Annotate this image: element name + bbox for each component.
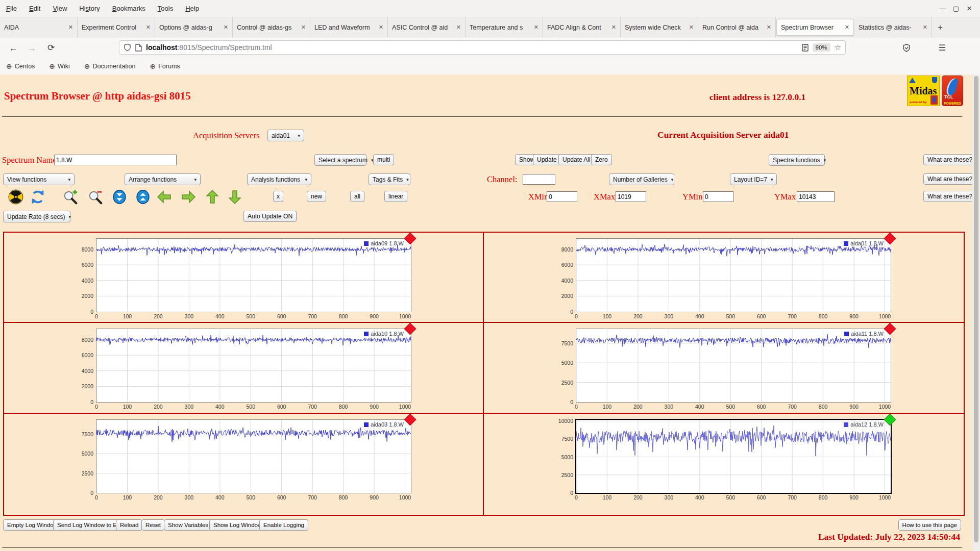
left-arrow-icon[interactable]: [156, 189, 173, 205]
menu-file[interactable]: File: [0, 0, 23, 17]
tab-asic-control-aid[interactable]: ASIC Control @ aid✕: [388, 17, 465, 38]
tab-close-icon[interactable]: ✕: [923, 24, 927, 31]
page-icon[interactable]: [135, 44, 142, 52]
show-log-window-button[interactable]: Show Log Window: [209, 519, 266, 531]
new-tab-button[interactable]: +: [932, 17, 948, 38]
tcl-powered-logo[interactable]: TCL POWERED: [942, 76, 963, 106]
tab-statistics-aidas-[interactable]: Statistics @ aidas-✕: [854, 17, 932, 38]
spectrum-plot-aida10[interactable]: 0200040006000800001002003004005006007008…: [96, 329, 411, 403]
bookmark-documentation[interactable]: ⊕Documentation: [84, 62, 136, 70]
scrollbar-thumb[interactable]: [974, 76, 978, 542]
tab-options-aidas-g[interactable]: Options @ aidas-g✕: [155, 17, 233, 38]
shield-icon[interactable]: [124, 43, 131, 52]
tab-experiment-control[interactable]: Experiment Control✕: [78, 17, 155, 38]
tab-system-wide-check[interactable]: System wide Check✕: [621, 17, 698, 38]
spectrum-plot-aida11[interactable]: 0250050007500010020030040050060070080090…: [576, 329, 891, 403]
tab-close-icon[interactable]: ✕: [767, 24, 771, 31]
show-variables-button[interactable]: Show Variables: [164, 519, 212, 531]
select-spectrum-dropdown[interactable]: Select a spectrum▾: [314, 154, 366, 166]
menu-tools[interactable]: Tools: [152, 0, 179, 17]
auto-update-button[interactable]: Auto Update ON: [243, 211, 297, 222]
radiation-icon[interactable]: [8, 189, 24, 205]
tab-control-aidas-gs[interactable]: Control @ aidas-gs✕: [233, 17, 310, 38]
layout-id-dropdown[interactable]: Layout ID=7▾: [730, 173, 777, 185]
page-scrollbar[interactable]: [972, 74, 980, 551]
update-all-button[interactable]: Update All: [558, 154, 595, 165]
new-button[interactable]: new: [307, 191, 326, 202]
spectrum-plot-aida03[interactable]: 0250050007500010020030040050060070080090…: [96, 419, 411, 493]
down-arrow-icon[interactable]: [227, 189, 243, 205]
back-button[interactable]: ←: [6, 38, 20, 58]
enable-logging-button[interactable]: Enable Logging: [259, 519, 308, 531]
what-are-these-button-1[interactable]: What are these?: [923, 154, 976, 165]
url-bar[interactable]: localhost:8015/Spectrum/Spectrum.tml 90%…: [119, 40, 846, 55]
xmin-input[interactable]: [547, 191, 577, 202]
tab-run-control-aida[interactable]: Run Control @ aida✕: [698, 17, 776, 38]
hamburger-menu-icon[interactable]: ☰: [935, 38, 949, 58]
tab-close-icon[interactable]: ✕: [689, 24, 694, 31]
midas-logo[interactable]: Midas powered by: [907, 76, 940, 106]
menu-bookmarks[interactable]: Bookmarks: [106, 0, 152, 17]
channel-input[interactable]: [523, 174, 555, 185]
forward-button[interactable]: →: [24, 38, 39, 58]
tab-close-icon[interactable]: ✕: [534, 24, 538, 31]
ymax-input[interactable]: [797, 191, 835, 202]
menu-edit[interactable]: Edit: [23, 0, 46, 17]
arrange-functions-dropdown[interactable]: Arrange functions▾: [125, 173, 201, 185]
close-window-icon[interactable]: ✕: [963, 0, 976, 17]
spectrum-plot-aida09[interactable]: 0200040006000800001002003004005006007008…: [96, 238, 411, 312]
reload-button[interactable]: ⟳: [44, 38, 58, 58]
bookmark-wiki[interactable]: ⊕Wiki: [49, 62, 69, 70]
pocket-shield-icon[interactable]: [899, 38, 914, 58]
zoom-in-icon[interactable]: [62, 189, 79, 205]
update-rate-dropdown[interactable]: Update Rate (8 secs)▾: [3, 211, 70, 222]
tab-close-icon[interactable]: ✕: [301, 24, 306, 31]
zoom-out-icon[interactable]: [87, 189, 104, 205]
tab-close-icon[interactable]: ✕: [611, 24, 616, 31]
double-down-icon[interactable]: [111, 189, 128, 205]
reset-button[interactable]: Reset: [141, 519, 165, 531]
spectra-functions-dropdown[interactable]: Spectra functions▾: [769, 154, 825, 166]
refresh-icon[interactable]: [30, 189, 46, 205]
tab-aida[interactable]: AIDA✕: [0, 17, 78, 38]
up-arrow-icon[interactable]: [204, 189, 220, 205]
how-to-use-button[interactable]: How to use this page: [898, 519, 961, 531]
reload-button[interactable]: Reload: [116, 519, 142, 531]
bookmark-star-icon[interactable]: ☆: [835, 43, 841, 52]
spectrum-plot-aida01[interactable]: 0200040006000800001002003004005006007008…: [576, 238, 891, 312]
tab-close-icon[interactable]: ✕: [456, 24, 461, 31]
tab-close-icon[interactable]: ✕: [379, 24, 383, 31]
bookmark-forums[interactable]: ⊕Forums: [150, 62, 180, 70]
url-text[interactable]: localhost:8015/Spectrum/Spectrum.tml: [146, 43, 802, 52]
all-button[interactable]: all: [350, 191, 364, 202]
tab-close-icon[interactable]: ✕: [845, 24, 849, 31]
spectrum-name-input[interactable]: [54, 155, 177, 165]
tab-spectrum-browser[interactable]: Spectrum Browser✕: [776, 19, 854, 36]
minimize-window-icon[interactable]: —: [936, 0, 949, 17]
x-projection-button[interactable]: x: [273, 191, 283, 202]
number-of-galleries-dropdown[interactable]: Number of Galleries▾: [609, 173, 674, 185]
menu-help[interactable]: Help: [179, 0, 205, 17]
tab-close-icon[interactable]: ✕: [146, 24, 151, 31]
tab-close-icon[interactable]: ✕: [68, 24, 73, 31]
zero-button[interactable]: Zero: [591, 154, 612, 165]
what-are-these-button-3[interactable]: What are these?: [923, 191, 976, 202]
bookmark-centos[interactable]: ⊕Centos: [6, 62, 35, 70]
tags-fits-dropdown[interactable]: Tags & Fits▾: [369, 173, 410, 185]
zoom-level-badge[interactable]: 90%: [813, 43, 830, 52]
double-up-icon[interactable]: [135, 189, 151, 205]
spectrum-plot-aida12[interactable]: 0250050007500100000100200300400500600700…: [575, 419, 892, 494]
reader-mode-icon[interactable]: [802, 44, 808, 52]
analysis-functions-dropdown[interactable]: Analysis functions▾: [247, 173, 311, 185]
xmax-input[interactable]: [616, 191, 646, 202]
tab-temperature-and-s[interactable]: Temperature and s✕: [465, 17, 543, 38]
tab-fadc-align-cont[interactable]: FADC Align & Cont✕: [543, 17, 621, 38]
tab-close-icon[interactable]: ✕: [224, 24, 228, 31]
acquisition-server-select[interactable]: aida01▾: [267, 130, 304, 141]
linear-button[interactable]: linear: [384, 191, 407, 202]
what-are-these-button-2[interactable]: What are these?: [923, 173, 976, 185]
multi-button[interactable]: multi: [373, 154, 394, 165]
right-arrow-icon[interactable]: [180, 189, 197, 205]
menu-history[interactable]: History: [73, 0, 106, 17]
maximize-window-icon[interactable]: ▢: [949, 0, 963, 17]
